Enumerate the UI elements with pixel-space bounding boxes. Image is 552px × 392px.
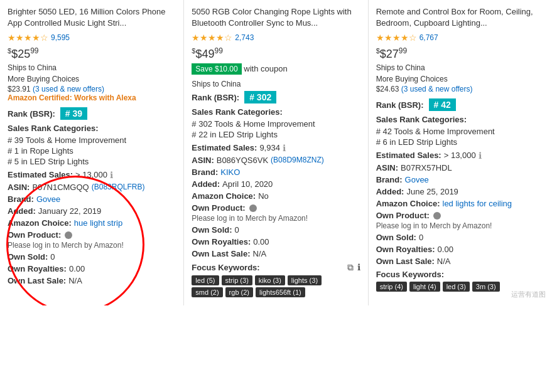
product-column-1: Brighter 5050 LED, 16 Million Colors Pho… <box>0 0 184 305</box>
tag: led (5) <box>192 275 219 285</box>
own-product-row-3: Own Product: <box>376 211 544 220</box>
tags-row2-2: smd (2)rgb (2)lights656ft (1) <box>192 287 360 297</box>
rank-item-3-1: # 6 in LED Strip Lights <box>376 137 544 147</box>
rank-badge-2: # 302 <box>244 91 276 103</box>
own-product-dot-3 <box>433 212 441 220</box>
sales-rank-title-3: Sales Rank Categories: <box>376 115 544 124</box>
review-count-2[interactable]: 2,743 <box>235 33 254 42</box>
tag: lights656ft (1) <box>256 287 305 297</box>
rank-row-1: Rank (BSR): # 39 <box>8 107 176 120</box>
tag: 3m (3) <box>472 282 500 292</box>
product-column-2: 5050 RGB Color Changing Rope Lights with… <box>184 0 368 305</box>
buying-choices-1: More Buying Choices <box>8 75 176 83</box>
sales-rank-title-1: Sales Rank Categories: <box>8 124 176 133</box>
tag: light (4) <box>409 282 440 292</box>
own-product-row-1: Own Product: <box>8 230 176 240</box>
tag: lights (3) <box>288 275 322 285</box>
choice-row-2: Amazon Choice: No <box>192 191 360 201</box>
own-sold-row-2: Own Sold: 0 <box>192 225 360 235</box>
tag: strip (4) <box>376 282 407 292</box>
keywords-header-2: Focus Keywords: ⧉ ℹ <box>192 262 360 273</box>
own-sold-row-1: Own Sold: 0 <box>8 252 176 262</box>
info-icon-keywords-2[interactable]: ℹ <box>357 262 360 273</box>
own-royalties-row-2: Own Royalties: 0.00 <box>192 237 360 246</box>
info-icon-1[interactable]: ℹ <box>110 170 113 180</box>
added-row-1: Added: January 22, 2019 <box>8 206 176 216</box>
choice-link-3[interactable]: led lights for ceiling <box>443 199 512 208</box>
login-text-1: Please log in to Merch by Amazon! <box>8 241 176 250</box>
ships-2: Ships to China <box>192 80 360 88</box>
own-royalties-row-1: Own Royalties: 0.00 <box>8 264 176 273</box>
watermark: 运营有道图 <box>511 290 546 299</box>
tag: strip (3) <box>222 275 252 285</box>
price-3: $$2799 <box>376 46 544 61</box>
choice-row-3: Amazon Choice: led lights for ceiling <box>376 199 544 208</box>
tag: smd (2) <box>192 287 222 297</box>
brand-link-1[interactable]: Govee <box>36 194 60 204</box>
product-title-3: Remote and Control Box for Room, Ceiling… <box>376 6 544 29</box>
copy-icon-2[interactable]: ⧉ <box>347 262 354 273</box>
own-product-dot-1 <box>65 231 72 239</box>
own-royalties-row-3: Own Royalties: 0.00 <box>376 245 544 254</box>
info-icon-2[interactable]: ℹ <box>283 143 286 153</box>
brand-link-2[interactable]: KIKO <box>220 167 240 177</box>
rank-label-3: Rank (BSR): <box>376 100 424 110</box>
product-title-2: 5050 RGB Color Changing Rope Lights with… <box>192 6 360 29</box>
stars-row-1: ★★★★☆ 9,595 <box>8 33 176 43</box>
coupon-badge-2: Save $10.00 <box>192 63 241 75</box>
keywords-icons-2[interactable]: ⧉ ℹ <box>347 262 360 273</box>
price-1: $$2599 <box>8 46 176 61</box>
price-2: $$4999 <box>192 46 360 61</box>
rank-badge-1: # 39 <box>60 107 87 120</box>
buying-price-1: $23.91 (3 used & new offers) <box>8 85 176 93</box>
brand-link-3[interactable]: Govee <box>405 175 429 184</box>
buying-choices-3: More Buying Choices <box>376 75 544 83</box>
brand-row-2: Brand: KIKO <box>192 167 360 177</box>
estimated-sales-row-2: Estimated Sales: 9,934 ℹ <box>192 143 360 153</box>
product-column-3: Remote and Control Box for Room, Ceiling… <box>369 0 552 305</box>
tag: led (3) <box>443 282 470 292</box>
rank-item-1-2: # 5 in LED Strip Lights <box>8 157 176 166</box>
added-row-2: Added: April 10, 2020 <box>192 179 360 189</box>
star-icons-3: ★★★★☆ <box>376 33 417 43</box>
asin-link-1[interactable]: (B083RQLFRB) <box>92 183 145 191</box>
tag: rgb (2) <box>225 287 253 297</box>
rank-item-1-1: # 1 in Rope Lights <box>8 146 176 156</box>
review-count-3[interactable]: 6,767 <box>419 33 438 42</box>
rank-badge-3: # 42 <box>429 98 456 111</box>
focus-keywords-label-3: Focus Keywords: <box>376 270 444 279</box>
asin-row-2: ASIN: B086YQS6VK (B08D9M8ZNZ) <box>192 156 360 165</box>
review-count-1[interactable]: 9,595 <box>51 33 70 42</box>
star-icons-2: ★★★★☆ <box>192 33 232 43</box>
login-text-3: Please log in to Merch by Amazon! <box>376 221 544 230</box>
rank-item-1-0: # 39 Tools & Home Improvement <box>8 135 176 145</box>
rank-item-3-0: # 42 Tools & Home Improvement <box>376 127 544 136</box>
amazon-certified-1: Amazon Certified: Works with Alexa <box>8 93 176 102</box>
coupon-suffix-2: with coupon <box>244 64 287 73</box>
tags-row1-2: led (5)strip (3)kiko (3)lights (3) <box>192 275 360 285</box>
brand-row-3: Brand: Govee <box>376 175 544 184</box>
buying-link-3[interactable]: (3 used & new offers) <box>401 85 473 93</box>
asin-link-2[interactable]: (B08D9M8ZNZ) <box>271 156 324 164</box>
added-row-3: Added: June 25, 2019 <box>376 187 544 196</box>
rank-label-2: Rank (BSR): <box>192 93 239 102</box>
rank-item-2-1: # 22 in LED Strip Lights <box>192 130 360 139</box>
info-icon-3[interactable]: ℹ <box>479 151 482 161</box>
asin-row-3: ASIN: B07RX57HDL <box>376 163 544 172</box>
own-last-sale-row-3: Own Last Sale: N/A <box>376 257 544 266</box>
login-text-2: Please log in to Merch by Amazon! <box>192 214 360 223</box>
rank-row-3: Rank (BSR): # 42 <box>376 98 544 111</box>
rank-label-1: Rank (BSR): <box>8 109 55 119</box>
keywords-header-3: Focus Keywords: <box>376 270 544 279</box>
rank-row-2: Rank (BSR): # 302 <box>192 91 360 103</box>
focus-keywords-label-2: Focus Keywords: <box>192 263 259 272</box>
estimated-sales-row-3: Estimated Sales: > 13,000 ℹ <box>376 151 544 161</box>
stars-row-3: ★★★★☆ 6,767 <box>376 33 544 43</box>
own-product-row-2: Own Product: <box>192 203 360 213</box>
stars-row-2: ★★★★☆ 2,743 <box>192 33 360 43</box>
tag: kiko (3) <box>255 275 285 285</box>
choice-link-1[interactable]: hue light strip <box>74 218 122 228</box>
estimated-sales-row-1: Estimated Sales: > 13,000 ℹ <box>8 170 176 180</box>
buying-link-1[interactable]: (3 used & new offers) <box>33 85 104 93</box>
own-last-sale-row-1: Own Last Sale: N/A <box>8 276 176 285</box>
